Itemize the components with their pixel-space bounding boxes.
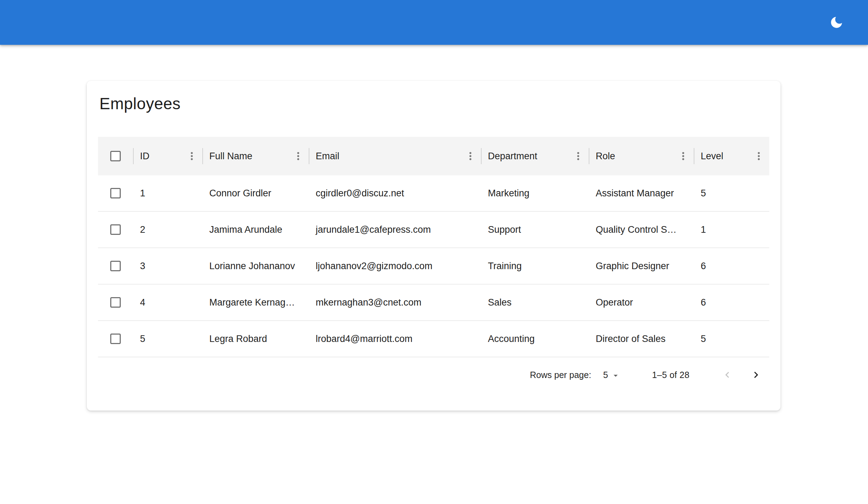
header-cell-role[interactable]: Role: [589, 137, 694, 175]
row-checkbox[interactable]: [110, 297, 121, 308]
cell-id: 4: [133, 297, 202, 308]
table-body: 1 Connor Girdler cgirdler0@discuz.net Ma…: [98, 175, 769, 357]
cell-role: Director of Sales: [589, 334, 694, 344]
cell-level: 5: [694, 188, 769, 199]
column-menu-button[interactable]: [570, 145, 586, 167]
cell-full-name: Connor Girdler: [202, 188, 309, 199]
table-row[interactable]: 4 Margarete Kernag… mkernaghan3@cnet.com…: [98, 285, 769, 321]
row-select-cell: [98, 334, 133, 344]
column-header-label: Email: [316, 151, 340, 162]
kebab-icon: [187, 151, 197, 161]
rows-per-page-value: 5: [603, 370, 608, 380]
table-row[interactable]: 5 Legra Robard lrobard4@marriott.com Acc…: [98, 321, 769, 357]
rows-per-page-label: Rows per page:: [530, 370, 591, 380]
page-title: Employees: [99, 93, 769, 114]
row-select-cell: [98, 261, 133, 271]
kebab-icon: [573, 151, 583, 161]
header-cell-select: [98, 137, 133, 175]
kebab-icon: [754, 151, 764, 161]
cell-department: Training: [481, 261, 589, 272]
moon-icon: [829, 15, 844, 30]
table-row[interactable]: 1 Connor Girdler cgirdler0@discuz.net Ma…: [98, 175, 769, 212]
previous-page-button[interactable]: [716, 364, 738, 386]
cell-level: 5: [694, 334, 769, 344]
cell-level: 6: [694, 297, 769, 308]
cell-role: Operator: [589, 297, 694, 308]
cell-email: cgirdler0@discuz.net: [309, 188, 481, 199]
cell-level: 6: [694, 261, 769, 272]
cell-department: Marketing: [481, 188, 589, 199]
cell-role: Graphic Designer: [589, 261, 694, 272]
main-content: Employees ID Full Name: [0, 81, 868, 411]
column-menu-button[interactable]: [751, 145, 766, 167]
cell-full-name: Legra Robard: [202, 334, 309, 344]
theme-toggle-button[interactable]: [823, 9, 850, 36]
column-menu-button[interactable]: [676, 145, 691, 167]
header-cell-full-name[interactable]: Full Name: [202, 137, 309, 175]
kebab-icon: [678, 151, 688, 161]
cell-department: Sales: [481, 297, 589, 308]
row-select-cell: [98, 188, 133, 198]
cell-full-name: Jamima Arundale: [202, 224, 309, 235]
row-checkbox[interactable]: [110, 188, 121, 198]
cell-email: jarundale1@cafepress.com: [309, 224, 481, 235]
cell-role: Quality Control S…: [589, 224, 694, 235]
cell-role: Assistant Manager: [589, 188, 694, 199]
column-menu-button[interactable]: [290, 145, 306, 167]
pagination-bar: Rows per page: 5 1–5 of 28: [98, 357, 769, 392]
column-menu-button[interactable]: [184, 145, 200, 167]
header-cell-department[interactable]: Department: [481, 137, 589, 175]
kebab-icon: [465, 151, 476, 161]
chevron-right-icon: [750, 369, 762, 381]
pagination-range: 1–5 of 28: [652, 370, 690, 380]
column-header-label: Level: [701, 151, 723, 162]
cell-level: 1: [694, 224, 769, 235]
cell-email: ljohananov2@gizmodo.com: [309, 261, 481, 272]
rows-per-page-select[interactable]: 5: [603, 369, 621, 380]
table-row[interactable]: 3 Lorianne Johananov ljohananov2@gizmodo…: [98, 248, 769, 285]
cell-department: Accounting: [481, 334, 589, 344]
column-header-label: Role: [596, 151, 615, 162]
header-cell-level[interactable]: Level: [694, 137, 769, 175]
cell-full-name: Lorianne Johananov: [202, 261, 309, 272]
column-header-label: Full Name: [209, 151, 252, 162]
cell-full-name: Margarete Kernag…: [202, 297, 309, 308]
header-cell-email[interactable]: Email: [309, 137, 481, 175]
next-page-button[interactable]: [745, 364, 767, 386]
cell-email: lrobard4@marriott.com: [309, 334, 481, 344]
table-header-row: ID Full Name: [98, 137, 769, 175]
cell-id: 3: [133, 261, 202, 272]
employees-card: Employees ID Full Name: [87, 81, 780, 411]
employees-table: ID Full Name: [98, 137, 769, 392]
row-select-cell: [98, 297, 133, 308]
row-checkbox[interactable]: [110, 334, 121, 344]
cell-id: 2: [133, 224, 202, 235]
column-header-label: ID: [140, 151, 149, 162]
row-select-cell: [98, 224, 133, 235]
cell-department: Support: [481, 224, 589, 235]
app-bar: [0, 0, 868, 45]
column-header-label: Department: [488, 151, 537, 162]
cell-email: mkernaghan3@cnet.com: [309, 297, 481, 308]
row-checkbox[interactable]: [110, 261, 121, 271]
cell-id: 1: [133, 188, 202, 199]
chevron-left-icon: [721, 369, 733, 381]
cell-id: 5: [133, 334, 202, 344]
table-row[interactable]: 2 Jamima Arundale jarundale1@cafepress.c…: [98, 212, 769, 248]
row-checkbox[interactable]: [110, 224, 121, 235]
select-all-checkbox[interactable]: [110, 151, 121, 161]
caret-down-icon: [611, 371, 621, 380]
header-cell-id[interactable]: ID: [133, 137, 202, 175]
column-menu-button[interactable]: [463, 145, 478, 167]
kebab-icon: [293, 151, 303, 161]
